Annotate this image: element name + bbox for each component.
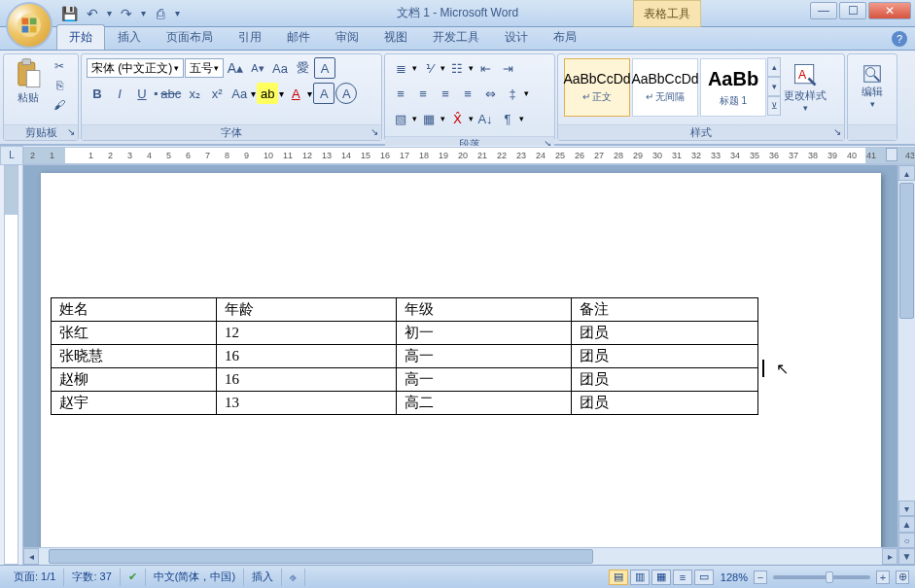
linespacing-icon[interactable]: ‡ [502, 83, 523, 104]
qat-dropdown-icon[interactable]: ▾ [107, 8, 112, 18]
cut-icon[interactable]: ✂ [50, 57, 69, 75]
font-size-select[interactable]: 五号▾ [185, 58, 224, 78]
indent-inc-icon[interactable]: ⇥ [497, 57, 518, 79]
style-normal[interactable]: AaBbCcDd ↵ 正文 [564, 58, 630, 117]
style-scroll-up-icon[interactable]: ▴ [767, 57, 781, 77]
align-center-icon[interactable]: ≡ [412, 83, 434, 104]
showmarks-icon[interactable]: A↓ [475, 108, 496, 129]
tab-review[interactable]: 审阅 [323, 24, 371, 50]
tab-design[interactable]: 设计 [492, 24, 541, 50]
tab-references[interactable]: 引用 [226, 24, 274, 50]
style-heading1[interactable]: AaBb 标题 1 [700, 58, 766, 117]
format-painter-icon[interactable]: 🖌 [50, 96, 69, 114]
grow-font-icon[interactable]: A▴ [225, 57, 246, 79]
tab-home[interactable]: 开始 [56, 24, 105, 50]
indent-dec-icon[interactable]: ⇤ [475, 57, 496, 79]
underline-button[interactable]: U [131, 83, 153, 104]
shrink-font-icon[interactable]: A▾ [247, 57, 268, 79]
view-ruler-icon[interactable] [886, 148, 897, 161]
sort-icon[interactable]: X̂ [446, 108, 468, 129]
view-outline-icon[interactable]: ≡ [673, 570, 692, 585]
superscript-button[interactable]: x² [206, 83, 228, 104]
hscroll-right-icon[interactable]: ▸ [882, 548, 897, 565]
tab-view[interactable]: 视图 [371, 24, 420, 50]
scroll-up-icon[interactable]: ▴ [898, 165, 915, 181]
align-right-icon[interactable]: ≡ [435, 83, 456, 104]
clipboard-dialog-icon[interactable]: ↘ [67, 126, 75, 137]
status-page[interactable]: 页面: 1/1 [6, 569, 64, 586]
styles-dialog-icon[interactable]: ↘ [833, 126, 841, 137]
tab-developer[interactable]: 开发工具 [420, 24, 492, 50]
strike-button[interactable]: abc [158, 83, 183, 104]
subscript-button[interactable]: x₂ [184, 83, 205, 104]
maximize-button[interactable]: ☐ [839, 2, 866, 19]
clear-format-icon[interactable]: Aa [269, 57, 291, 79]
tab-pagelayout[interactable]: 页面布局 [154, 24, 226, 50]
hscroll-left-icon[interactable]: ◂ [23, 548, 39, 565]
pinyin-icon[interactable]: 愛 [292, 57, 313, 79]
redo-icon[interactable]: ↷ [116, 3, 137, 24]
vertical-scrollbar[interactable]: ▴ ▾ ▲ ○ ▼ [897, 165, 915, 565]
numbering-icon[interactable]: ⅟ [418, 57, 440, 79]
hscroll-thumb[interactable] [49, 549, 593, 564]
help-icon[interactable]: ? [892, 31, 907, 47]
view-web-icon[interactable]: ▦ [651, 570, 671, 585]
paste-button[interactable]: 粘贴 [9, 57, 48, 121]
horizontal-scrollbar[interactable]: ◂ ▸ [23, 547, 897, 565]
tab-insert[interactable]: 插入 [105, 24, 154, 50]
tab-selector[interactable]: L [0, 146, 23, 165]
align-left-icon[interactable]: ≡ [390, 83, 411, 104]
zoom-in-icon[interactable]: + [876, 571, 890, 584]
view-draft-icon[interactable]: ▭ [694, 570, 714, 585]
browse-object-icon[interactable]: ○ [898, 533, 915, 549]
view-fullscreen-icon[interactable]: ▥ [630, 570, 650, 585]
document-area[interactable]: 姓名 年龄 年级 备注 张红12初一团员 张晓慧16高一团员 赵柳16高一团员 … [23, 165, 897, 565]
save-icon[interactable]: 💾 [58, 3, 80, 24]
vertical-ruler[interactable] [0, 165, 23, 565]
bullets-icon[interactable]: ≣ [390, 57, 411, 79]
status-macro-icon[interactable]: ⎆ [282, 569, 305, 586]
status-proof-icon[interactable]: ✔ [121, 569, 146, 586]
char-border-icon[interactable]: A [314, 57, 335, 79]
print-icon[interactable]: ⎙ [150, 3, 171, 24]
zoom-level[interactable]: 128% [721, 571, 748, 583]
highlight-button[interactable]: ab [257, 83, 278, 104]
view-print-icon[interactable]: ▤ [609, 570, 628, 585]
editing-button[interactable]: 编辑 ▾ [853, 57, 892, 121]
italic-button[interactable]: I [109, 83, 130, 104]
style-scroll-down-icon[interactable]: ▾ [767, 77, 781, 96]
borders-icon[interactable]: ▦ [418, 108, 440, 129]
tab-layout[interactable]: 布局 [541, 24, 589, 50]
status-insert-mode[interactable]: 插入 [244, 569, 282, 586]
office-button[interactable] [6, 2, 53, 49]
status-fit-icon[interactable]: ⊕ [896, 571, 909, 584]
justify-icon[interactable]: ≡ [457, 83, 478, 104]
enclosed-char-button[interactable]: A [335, 83, 357, 104]
distribute-icon[interactable]: ⇔ [479, 83, 501, 104]
para-sort-icon[interactable]: ¶ [497, 108, 518, 129]
status-language[interactable]: 中文(简体，中国) [146, 569, 244, 586]
horizontal-ruler[interactable]: 2112345678910111213141516171819202122232… [23, 147, 915, 164]
bold-button[interactable]: B [87, 83, 108, 104]
close-button[interactable]: ✕ [868, 2, 911, 19]
browse-next-icon[interactable]: ▼ [898, 548, 915, 565]
shading-icon[interactable]: ▧ [390, 108, 411, 129]
font-color-button[interactable]: A [285, 83, 306, 104]
copy-icon[interactable]: ⎘ [50, 77, 69, 94]
multilevel-icon[interactable]: ☷ [446, 57, 468, 79]
font-name-select[interactable]: 宋体 (中文正文)▾ [87, 58, 184, 78]
qat-customize-icon[interactable]: ▾ [175, 8, 180, 18]
undo-icon[interactable]: ↶ [82, 3, 103, 24]
zoom-slider[interactable] [773, 575, 870, 579]
style-expand-icon[interactable]: ⊻ [767, 96, 781, 116]
font-dialog-icon[interactable]: ↘ [370, 126, 378, 137]
tab-mailings[interactable]: 邮件 [274, 24, 323, 50]
scroll-down-icon[interactable]: ▾ [898, 501, 915, 516]
char-shading-button[interactable]: A [313, 83, 334, 104]
browse-prev-icon[interactable]: ▲ [898, 516, 915, 533]
style-nospacing[interactable]: AaBbCcDd ↵ 无间隔 [632, 58, 698, 117]
scroll-thumb[interactable] [899, 183, 914, 319]
status-words[interactable]: 字数: 37 [64, 569, 120, 586]
change-case-button[interactable]: Aa [229, 83, 250, 104]
content-table[interactable]: 姓名 年龄 年级 备注 张红12初一团员 张晓慧16高一团员 赵柳16高一团员 … [51, 297, 758, 415]
